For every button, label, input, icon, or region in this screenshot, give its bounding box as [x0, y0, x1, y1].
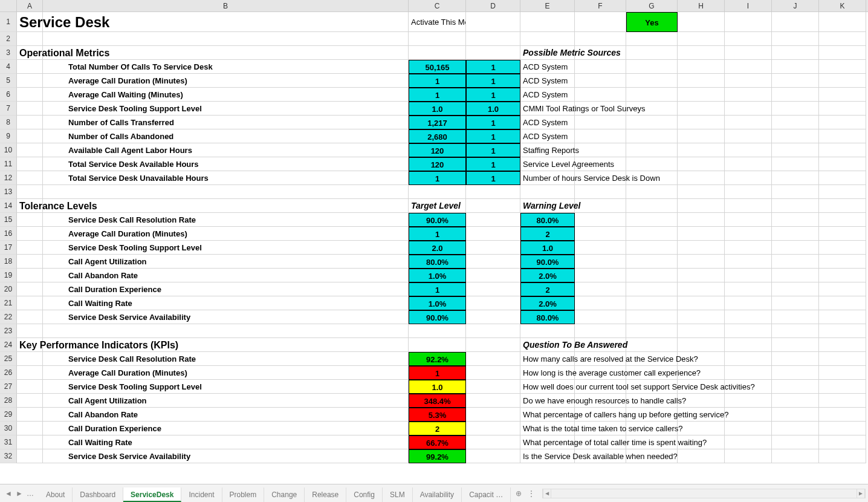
cell-I25[interactable] — [725, 352, 772, 366]
cell-I30[interactable] — [725, 422, 772, 435]
col-header-J[interactable]: J — [772, 0, 819, 11]
row-header-14[interactable]: 14 — [0, 199, 17, 213]
row-header-2[interactable]: 2 — [0, 32, 17, 46]
cell-I10[interactable] — [725, 143, 772, 157]
cell-A22[interactable] — [17, 310, 43, 324]
tab-slm[interactable]: SLM — [383, 487, 413, 502]
cell-D2[interactable] — [466, 32, 520, 46]
ops-source-12[interactable]: Number of hours Service Desk is Down — [520, 171, 575, 185]
cell-K17[interactable] — [819, 241, 866, 255]
cell-J31[interactable] — [772, 435, 819, 449]
col-header-A[interactable]: A — [17, 0, 43, 11]
row-header-25[interactable]: 25 — [0, 352, 17, 366]
ops-source-4[interactable]: ACD System — [520, 60, 575, 74]
cell-G22[interactable] — [626, 310, 678, 324]
tol-target-17[interactable]: 2.0 — [409, 241, 466, 255]
kpi-value-28[interactable]: 348.4% — [409, 394, 466, 408]
cell-H13[interactable] — [678, 185, 725, 199]
row-header-21[interactable]: 21 — [0, 296, 17, 310]
cell-A10[interactable] — [17, 143, 43, 157]
tol-warning-18[interactable]: 90.0% — [520, 255, 575, 269]
cell-G1-activate-value[interactable]: Yes — [626, 12, 678, 32]
tab-about[interactable]: About — [39, 487, 73, 502]
cell-H11[interactable] — [678, 157, 725, 171]
row-header-15[interactable]: 15 — [0, 213, 17, 227]
cell-G6[interactable] — [626, 88, 678, 102]
cell-G2[interactable] — [626, 32, 678, 46]
cell-I23[interactable] — [725, 324, 772, 338]
kpi-question-28[interactable]: Do we have enough resources to handle ca… — [520, 394, 575, 408]
cell-I8[interactable] — [725, 116, 772, 129]
kpi-label-28[interactable]: Call Agent Utilization — [43, 394, 409, 408]
cell-K2[interactable] — [819, 32, 866, 46]
cell-C3[interactable] — [409, 46, 466, 60]
cell-H19[interactable] — [678, 269, 725, 282]
tol-label-19[interactable]: Call Abandon Rate — [43, 269, 409, 282]
cell-I14[interactable] — [725, 199, 772, 213]
ops-source-6[interactable]: ACD System — [520, 88, 575, 102]
cell-G14[interactable] — [626, 199, 678, 213]
cell-D1[interactable] — [466, 12, 520, 32]
cell-I13[interactable] — [725, 185, 772, 199]
row-header-13[interactable]: 13 — [0, 185, 17, 199]
tol-label-21[interactable]: Call Waiting Rate — [43, 296, 409, 310]
cell-K12[interactable] — [819, 171, 866, 185]
cell-H1[interactable] — [678, 12, 725, 32]
cell-J7[interactable] — [772, 102, 819, 116]
cell-K23[interactable] — [819, 324, 866, 338]
cell-H17[interactable] — [678, 241, 725, 255]
cell-G16[interactable] — [626, 227, 678, 241]
cell-F23[interactable] — [575, 324, 626, 338]
cell-C24[interactable] — [409, 338, 466, 352]
cell-G15[interactable] — [626, 213, 678, 227]
cell-G11[interactable] — [626, 157, 678, 171]
cell-H16[interactable] — [678, 227, 725, 241]
cell-K1[interactable] — [819, 12, 866, 32]
row-header-30[interactable]: 30 — [0, 422, 17, 435]
cell-C1[interactable]: Activate This Model (Enter Yes or No)? — [409, 12, 466, 32]
col-header-H[interactable]: H — [678, 0, 725, 11]
ops-source-9[interactable]: ACD System — [520, 129, 575, 143]
cell-F17[interactable] — [575, 241, 626, 255]
cell-I1[interactable] — [725, 12, 772, 32]
cell-A21[interactable] — [17, 296, 43, 310]
kpi-value-30[interactable]: 2 — [409, 422, 466, 435]
kpi-question-27[interactable]: How well does our current tool set suppo… — [520, 380, 575, 394]
cell-I17[interactable] — [725, 241, 772, 255]
cell-D18[interactable] — [466, 255, 520, 269]
cell-J14[interactable] — [772, 199, 819, 213]
cell-K21[interactable] — [819, 296, 866, 310]
cell-B23[interactable] — [43, 324, 409, 338]
ops-value-d-4[interactable]: 1 — [466, 60, 520, 74]
col-header-B[interactable]: B — [43, 0, 409, 11]
tol-warning-16[interactable]: 2 — [520, 227, 575, 241]
tol-target-21[interactable]: 1.0% — [409, 296, 466, 310]
cell-K10[interactable] — [819, 143, 866, 157]
cell-I26[interactable] — [725, 366, 772, 380]
cell-A32[interactable] — [17, 449, 43, 463]
row-header-16[interactable]: 16 — [0, 227, 17, 241]
cell-E2[interactable] — [520, 32, 575, 46]
cell-I31[interactable] — [725, 435, 772, 449]
cell-J18[interactable] — [772, 255, 819, 269]
cell-D17[interactable] — [466, 241, 520, 255]
cell-H4[interactable] — [678, 60, 725, 74]
cell-I9[interactable] — [725, 129, 772, 143]
col-header-I[interactable]: I — [725, 0, 772, 11]
cell-A31[interactable] — [17, 435, 43, 449]
row-header-4[interactable]: 4 — [0, 60, 17, 74]
cell-A12[interactable] — [17, 171, 43, 185]
ops-value-d-8[interactable]: 1 — [466, 116, 520, 129]
ops-source-7[interactable]: CMMI Tool Ratings or Tool Surveys — [520, 102, 575, 116]
ops-source-11[interactable]: Service Level Agreements — [520, 157, 575, 171]
cell-H21[interactable] — [678, 296, 725, 310]
cell-F9[interactable] — [575, 129, 626, 143]
cell-D29[interactable] — [466, 408, 520, 422]
cell-G13[interactable] — [626, 185, 678, 199]
cell-K30[interactable] — [819, 422, 866, 435]
ops-label-10[interactable]: Available Call Agent Labor Hours — [43, 143, 409, 157]
cell-H14[interactable] — [678, 199, 725, 213]
tab-dashboard[interactable]: Dashboard — [73, 487, 123, 502]
col-header-F[interactable]: F — [575, 0, 626, 11]
ops-value-c-4[interactable]: 50,165 — [409, 60, 466, 74]
